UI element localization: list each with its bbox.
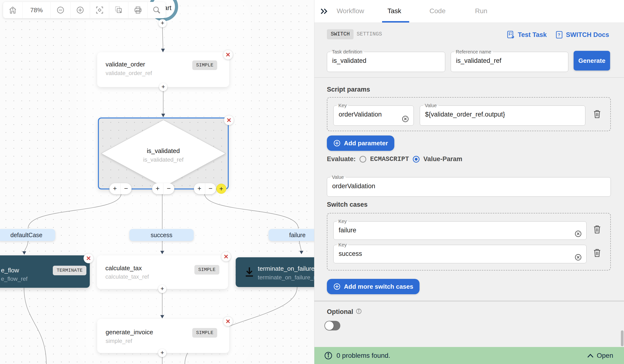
terminate-icon bbox=[244, 267, 254, 277]
node-validate-order[interactable]: validate_order validate_order_ref SIMPLE… bbox=[97, 52, 229, 87]
switch-value-label: Value bbox=[330, 174, 346, 180]
plus-circle-icon bbox=[333, 283, 341, 291]
reference-name-label: Reference name bbox=[454, 49, 493, 55]
branch-label-success[interactable]: success bbox=[129, 229, 194, 241]
tab-run[interactable]: Run bbox=[469, 7, 493, 15]
zoom-level[interactable]: 78% bbox=[23, 2, 51, 18]
branch-connector-success[interactable]: +− bbox=[152, 183, 174, 194]
param-key-field[interactable]: Key orderValidation bbox=[333, 103, 414, 126]
add-task-connector[interactable]: + bbox=[158, 19, 167, 27]
fit-view-icon bbox=[96, 6, 104, 14]
search-button[interactable] bbox=[148, 2, 166, 18]
zoom-out-button[interactable] bbox=[51, 2, 71, 18]
zoom-in-button[interactable] bbox=[71, 2, 90, 18]
node-title: generate_invoice bbox=[105, 329, 153, 336]
radio-value-param[interactable] bbox=[413, 156, 419, 163]
task-type-badge: SIMPLE bbox=[194, 265, 219, 275]
panel-scrollbar[interactable] bbox=[621, 330, 624, 346]
clear-icon[interactable] bbox=[574, 253, 582, 261]
collapse-panel-icon[interactable] bbox=[320, 7, 329, 15]
flow-canvas[interactable]: start + validate_order validate_order_re… bbox=[0, 0, 314, 364]
task-definition-value[interactable]: is_validated bbox=[327, 55, 445, 65]
param-value-label: Value bbox=[423, 103, 439, 108]
test-task-icon bbox=[507, 31, 514, 39]
branch-label-defaultcase[interactable]: defaultCase bbox=[0, 229, 55, 241]
add-task-connector[interactable]: + bbox=[158, 349, 166, 357]
node-title: calculate_tax bbox=[105, 265, 142, 272]
switch-cases-box: Key failure Key success bbox=[327, 213, 611, 270]
tab-task[interactable]: Task bbox=[382, 7, 406, 15]
switch-value-value[interactable]: orderValidation bbox=[327, 180, 611, 190]
node-title: e_flow bbox=[1, 267, 19, 274]
case-key-value[interactable]: failure bbox=[334, 224, 564, 234]
switch-value-field[interactable]: Value orderValidation bbox=[327, 174, 611, 197]
case-key-label: Key bbox=[337, 242, 348, 248]
delete-case-trash-icon[interactable] bbox=[593, 248, 601, 258]
node-ref: simple_ref bbox=[105, 338, 132, 344]
tab-code[interactable]: Code bbox=[425, 7, 449, 15]
branch-connector-failure[interactable]: +− bbox=[194, 183, 216, 194]
delete-node-icon[interactable]: ✕ bbox=[83, 253, 94, 263]
task-type-badge: SIMPLE bbox=[192, 328, 217, 338]
info-circle-icon bbox=[324, 351, 333, 360]
radio-ecmascript[interactable] bbox=[360, 156, 366, 163]
tab-workflow[interactable]: Workflow bbox=[335, 7, 366, 15]
clear-icon[interactable] bbox=[574, 230, 582, 238]
radio-value-param-label[interactable]: Value-Param bbox=[423, 155, 462, 163]
canvas-toolbar: 78% bbox=[3, 2, 166, 18]
task-definition-field[interactable]: Task definition is_validated bbox=[327, 49, 445, 72]
case-key-field-success[interactable]: Key success bbox=[333, 242, 587, 263]
delete-param-trash-icon[interactable] bbox=[593, 110, 601, 119]
delete-node-icon[interactable]: ✕ bbox=[223, 50, 233, 60]
node-terminate-flow[interactable]: e_flow e_flow_ref TERMINATE ✕ bbox=[0, 255, 90, 288]
problems-message: 0 problems found. bbox=[337, 352, 390, 360]
node-is-validated-switch[interactable]: is_validated is_validated_ref ✕ bbox=[98, 118, 229, 190]
reference-name-field[interactable]: Reference name is_validated_ref bbox=[451, 49, 568, 72]
select-area-button[interactable] bbox=[109, 2, 129, 18]
task-config-panel: Workflow Task Code Run SWITCH SETTINGS T… bbox=[314, 0, 624, 364]
node-title: terminate_on_failure bbox=[258, 265, 315, 272]
case-key-field-failure[interactable]: Key failure bbox=[333, 219, 587, 240]
chevron-up-icon bbox=[587, 353, 594, 358]
clear-icon[interactable] bbox=[402, 115, 409, 123]
generate-button[interactable]: Generate bbox=[573, 51, 610, 71]
optional-toggle[interactable] bbox=[324, 321, 340, 330]
active-tab-indicator bbox=[382, 21, 409, 23]
node-title: validate_order bbox=[105, 61, 145, 68]
add-branch-button[interactable]: + bbox=[216, 184, 226, 194]
param-key-value[interactable]: orderValidation bbox=[334, 108, 398, 118]
add-task-connector[interactable]: + bbox=[158, 285, 166, 293]
add-task-connector[interactable]: + bbox=[159, 83, 167, 91]
test-task-button[interactable]: Test Task bbox=[518, 31, 547, 39]
script-param-row: Key orderValidation Value ${validate_ord… bbox=[327, 97, 611, 131]
add-switch-cases-button[interactable]: Add more switch cases bbox=[327, 279, 419, 294]
node-calculate-tax[interactable]: calculate_tax calculate_tax_ref SIMPLE ✕… bbox=[97, 255, 228, 289]
home-button[interactable] bbox=[3, 2, 23, 18]
node-ref: e_flow_ref bbox=[1, 275, 27, 282]
add-parameter-button[interactable]: Add parameter bbox=[327, 136, 394, 151]
case-key-value[interactable]: success bbox=[334, 248, 564, 258]
param-value-field[interactable]: Value ${validate_order_ref.output} bbox=[420, 103, 585, 126]
open-problems-button[interactable]: Open bbox=[597, 352, 613, 360]
fit-view-button[interactable] bbox=[90, 2, 109, 18]
delete-node-icon[interactable]: ✕ bbox=[221, 252, 231, 262]
print-button[interactable] bbox=[129, 2, 148, 18]
subtab-settings[interactable]: SETTINGS bbox=[357, 29, 382, 39]
toggle-knob bbox=[325, 321, 334, 330]
problems-status-bar[interactable]: 0 problems found. Open bbox=[314, 347, 624, 364]
radio-ecmascript-label[interactable]: ECMASCRIPT bbox=[370, 156, 409, 163]
param-value-value[interactable]: ${validate_order_ref.output} bbox=[420, 108, 585, 118]
branch-connector-default[interactable]: +− bbox=[109, 183, 131, 194]
delete-node-icon[interactable]: ✕ bbox=[223, 316, 233, 326]
switch-docs-link[interactable]: SWITCH Docs bbox=[566, 31, 609, 39]
task-definition-label: Task definition bbox=[330, 49, 364, 55]
delete-case-trash-icon[interactable] bbox=[593, 225, 601, 234]
zoom-out-icon bbox=[56, 6, 65, 14]
subtab-switch[interactable]: SWITCH bbox=[327, 29, 354, 39]
reference-name-value[interactable]: is_validated_ref bbox=[451, 55, 568, 65]
add-parameter-label: Add parameter bbox=[344, 140, 388, 147]
param-key-label: Key bbox=[337, 103, 348, 108]
node-generate-invoice[interactable]: generate_invoice simple_ref SIMPLE ✕ + bbox=[97, 319, 229, 353]
script-params-heading: Script params bbox=[327, 86, 370, 93]
delete-node-icon[interactable]: ✕ bbox=[224, 115, 234, 125]
